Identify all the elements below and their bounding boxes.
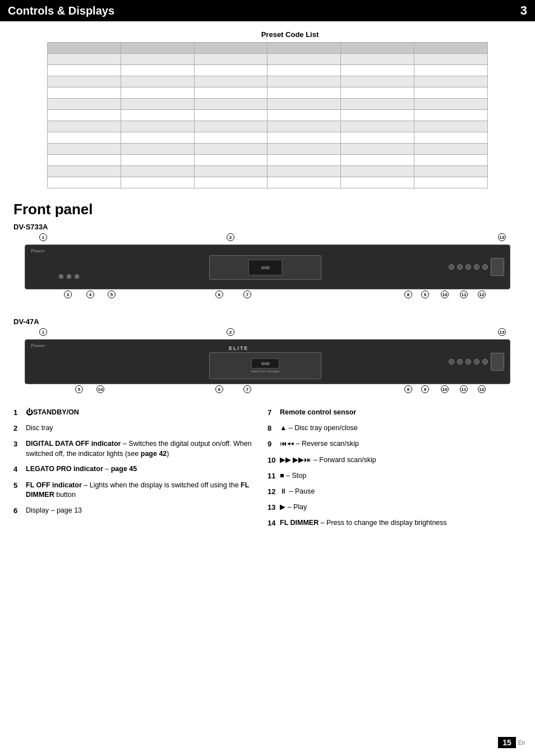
table-cell [268, 121, 341, 132]
elite-label-47a: ELITE [229, 345, 249, 351]
callout-7-47a: 7 [243, 385, 251, 393]
table-cell [341, 110, 414, 121]
desc-text-6: Display – page 13 [26, 506, 82, 516]
callout-14-47a: 14 [96, 385, 104, 393]
table-cell [48, 166, 121, 177]
table-cell [48, 155, 121, 166]
callout-9-47a: 9 [421, 385, 429, 393]
desc-num-5: 5 [13, 481, 26, 491]
table-cell [194, 43, 268, 54]
table-row [48, 166, 488, 177]
table-row [48, 43, 488, 54]
table-cell [268, 99, 341, 110]
table-row [48, 99, 488, 110]
table-cell [414, 99, 488, 110]
desc-text-7: Remote control sensor [280, 408, 356, 418]
right-buttons-47a [449, 353, 504, 371]
table-cell [341, 121, 414, 132]
table-cell [341, 54, 414, 65]
dvd-tray-s733a: DVD [209, 255, 321, 280]
table-cell [268, 43, 341, 54]
table-cell [48, 65, 121, 76]
section-number: 3 [520, 3, 527, 18]
callout-5: 5 [108, 291, 116, 298]
table-cell [268, 65, 341, 76]
desc-item-1: 1 ⏻STANDBY/ON [13, 408, 256, 418]
rbt-5 [482, 264, 488, 270]
callout-2: 2 [227, 233, 234, 241]
table-cell [268, 177, 341, 188]
table-cell [341, 76, 414, 87]
table-cell [121, 110, 194, 121]
table-cell [194, 166, 268, 177]
desc-item-12: 12 ⏸ – Pause [268, 487, 510, 497]
table-row [48, 65, 488, 76]
table-cell [48, 54, 121, 65]
callout-12: 12 [478, 291, 486, 298]
rbt-3 [465, 264, 471, 270]
table-cell [414, 43, 488, 54]
callout-11: 11 [460, 291, 468, 298]
table-row [48, 54, 488, 65]
desc-num-2: 2 [13, 423, 26, 434]
table-cell [48, 177, 121, 188]
callout-10: 10 [441, 291, 449, 298]
table-cell [341, 177, 414, 188]
table-cell [194, 144, 268, 155]
table-cell [121, 54, 194, 65]
desc-item-4: 4 LEGATO PRO indicator – page 45 [13, 464, 256, 474]
table-cell [121, 43, 194, 54]
table-cell [194, 110, 268, 121]
preset-table [47, 42, 488, 188]
table-cell [48, 87, 121, 99]
rbt-47a-2 [457, 359, 463, 365]
table-cell [414, 177, 488, 188]
desc-item-2: 2 Disc tray [13, 423, 256, 434]
desc-num-10: 10 [268, 455, 280, 465]
table-cell [414, 166, 488, 177]
desc-text-9: ⏮◀◀ – Reverse scan/skip [280, 439, 359, 449]
callout-6: 6 [215, 291, 223, 298]
description-columns: 1 ⏻STANDBY/ON 2 Disc tray 3 DIGITAL DATA… [13, 408, 522, 534]
table-cell [48, 99, 121, 110]
pioneer-logo-47a: Pioneer [31, 343, 45, 348]
rbt-1 [449, 264, 454, 270]
table-cell [414, 110, 488, 121]
table-cell [121, 76, 194, 87]
rbt-47a-5 [482, 359, 488, 365]
table-cell [121, 87, 194, 99]
dvd-tray-47a: DVD Multi Disc Changer [209, 352, 321, 379]
table-cell [121, 144, 194, 155]
desc-item-7: 7 Remote control sensor [268, 408, 510, 418]
table-cell [414, 132, 488, 144]
table-cell [121, 65, 194, 76]
desc-text-14: FL DIMMER – Press to change the display … [280, 518, 447, 528]
desc-item-6: 6 Display – page 13 [13, 506, 256, 516]
desc-num-1: 1 [13, 408, 26, 418]
rbt-eject [491, 258, 504, 276]
table-cell [268, 144, 341, 155]
btn-small-1 [59, 274, 63, 279]
btn-small-3 [75, 274, 79, 279]
desc-text-3: DIGITAL DATA OFF indicator – Switches th… [26, 439, 256, 459]
table-row [48, 76, 488, 87]
table-cell [268, 155, 341, 166]
bottom-callouts-s733a: 3 4 5 6 7 8 9 10 11 12 [25, 291, 510, 301]
callout-1-47a: 1 [39, 328, 47, 336]
table-cell [48, 110, 121, 121]
table-row [48, 110, 488, 121]
desc-num-12: 12 [268, 487, 280, 497]
right-buttons-s733a [449, 258, 504, 276]
table-cell [414, 65, 488, 76]
page-title: Controls & Displays [8, 4, 114, 17]
btn-small-2 [67, 274, 71, 279]
table-cell [121, 132, 194, 144]
desc-num-11: 11 [268, 471, 280, 481]
page-footer: 15 En [498, 737, 525, 748]
desc-item-10: 10 ▶▶ ▶▶⏭ – Forward scan/skip [268, 455, 510, 465]
rbt-4 [474, 264, 479, 270]
table-cell [414, 76, 488, 87]
main-content: Preset Code List [0, 21, 535, 546]
callout-11-47a: 11 [460, 385, 468, 393]
table-cell [194, 54, 268, 65]
